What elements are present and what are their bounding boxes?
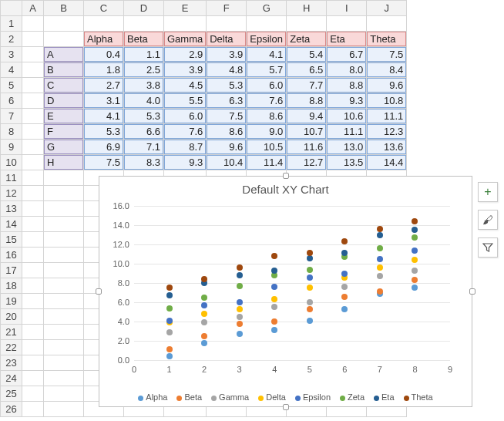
cell[interactable]: 13.0 (327, 140, 367, 155)
cell[interactable]: 8.0 (327, 62, 367, 78)
cell[interactable] (22, 248, 44, 263)
data-point[interactable] (271, 284, 277, 290)
legend-item[interactable]: Delta (258, 392, 286, 402)
cell[interactable]: 9.6 (367, 78, 407, 93)
data-point[interactable] (412, 277, 418, 283)
cell[interactable]: 8.8 (327, 78, 367, 93)
data-point[interactable] (412, 227, 418, 233)
cell[interactable]: 10.8 (367, 93, 407, 109)
column-header[interactable]: I (327, 1, 367, 16)
row-header[interactable]: 19 (1, 294, 22, 309)
cell[interactable]: 7.5 (367, 47, 407, 62)
cell[interactable]: 3.1 (84, 93, 124, 109)
cell[interactable]: 2.7 (84, 78, 124, 93)
data-point[interactable] (377, 264, 383, 271)
cell[interactable]: 9.0 (247, 124, 287, 140)
data-point[interactable] (341, 294, 348, 300)
cell[interactable]: A (44, 47, 84, 62)
cell[interactable] (22, 402, 44, 417)
cell[interactable]: 13.5 (327, 155, 367, 170)
cell[interactable]: 11.6 (287, 140, 327, 155)
cell[interactable]: 10.6 (327, 109, 367, 124)
column-header[interactable]: J (367, 1, 407, 16)
cell[interactable]: F (44, 124, 84, 140)
cell[interactable]: H (44, 155, 84, 170)
cell[interactable] (44, 232, 84, 248)
data-point[interactable] (271, 296, 277, 302)
row-header[interactable]: 22 (1, 340, 22, 355)
chart-elements-button[interactable]: + (478, 182, 498, 202)
cell[interactable] (22, 386, 44, 402)
cell[interactable]: 12.7 (287, 155, 327, 170)
cell[interactable]: 4.1 (84, 109, 124, 124)
cell[interactable]: 6.9 (84, 140, 124, 155)
cell[interactable] (22, 278, 44, 294)
legend-item[interactable]: Beta (176, 392, 202, 402)
cell[interactable]: 7.6 (164, 124, 207, 140)
cell[interactable]: Theta (367, 32, 407, 47)
cell[interactable]: 6.6 (124, 124, 164, 140)
chart-legend[interactable]: AlphaBetaGammaDeltaEpsilonZetaEtaTheta (99, 392, 472, 402)
cell[interactable] (124, 16, 164, 32)
cell[interactable]: Zeta (287, 32, 327, 47)
cell[interactable]: 3.9 (164, 62, 207, 78)
cell[interactable] (22, 124, 44, 140)
cell[interactable]: 4.1 (247, 47, 287, 62)
cell[interactable]: 7.5 (207, 109, 247, 124)
chart-styles-button[interactable]: 🖌 (478, 210, 498, 230)
row-header[interactable]: 14 (1, 217, 22, 232)
cell[interactable]: B (44, 62, 84, 78)
data-point[interactable] (271, 253, 277, 259)
data-point[interactable] (237, 314, 243, 320)
cell[interactable] (44, 201, 84, 217)
cell[interactable] (22, 155, 44, 170)
legend-item[interactable]: Theta (404, 392, 433, 402)
row-header[interactable]: 9 (1, 140, 22, 155)
data-point[interactable] (166, 318, 173, 324)
cell[interactable]: 4.8 (207, 62, 247, 78)
column-header[interactable]: D (124, 1, 164, 16)
cell[interactable] (22, 355, 44, 371)
cell[interactable]: Epsilon (247, 32, 287, 47)
data-point[interactable] (271, 318, 277, 325)
data-point[interactable] (412, 285, 418, 291)
row-header[interactable]: 24 (1, 371, 22, 386)
data-point[interactable] (237, 272, 243, 278)
cell[interactable]: 6.0 (164, 109, 207, 124)
cell[interactable]: Delta (207, 32, 247, 47)
cell[interactable]: 4.5 (164, 78, 207, 93)
cell[interactable]: 11.1 (327, 124, 367, 140)
legend-item[interactable]: Epsilon (295, 392, 331, 402)
cell[interactable] (22, 263, 44, 278)
cell[interactable]: 9.3 (164, 155, 207, 170)
cell[interactable]: 7.7 (287, 78, 327, 93)
cell[interactable] (22, 325, 44, 340)
cell[interactable]: 5.5 (164, 93, 207, 109)
cell[interactable] (44, 355, 84, 371)
data-point[interactable] (377, 273, 383, 279)
data-point[interactable] (166, 292, 173, 298)
cell[interactable]: 8.8 (287, 93, 327, 109)
cell[interactable]: 8.7 (164, 140, 207, 155)
data-point[interactable] (412, 257, 418, 263)
cell[interactable]: 3.9 (207, 47, 247, 62)
data-point[interactable] (377, 232, 383, 238)
cell[interactable]: 11.4 (247, 155, 287, 170)
data-point[interactable] (201, 333, 207, 339)
cell[interactable] (22, 294, 44, 309)
data-point[interactable] (201, 340, 207, 346)
cell[interactable] (22, 109, 44, 124)
data-point[interactable] (271, 304, 277, 310)
embedded-chart[interactable]: Default XY Chart 0.02.04.06.08.010.012.0… (99, 176, 472, 407)
cell[interactable]: 8.6 (207, 124, 247, 140)
legend-item[interactable]: Alpha (138, 392, 167, 402)
cell[interactable] (22, 32, 44, 47)
cell[interactable] (327, 16, 367, 32)
data-point[interactable] (377, 288, 383, 295)
cell[interactable] (44, 170, 84, 186)
data-point[interactable] (412, 234, 418, 241)
cell[interactable]: 9.4 (287, 109, 327, 124)
row-header[interactable]: 4 (1, 62, 22, 78)
cell[interactable] (22, 170, 44, 186)
row-header[interactable]: 23 (1, 355, 22, 371)
